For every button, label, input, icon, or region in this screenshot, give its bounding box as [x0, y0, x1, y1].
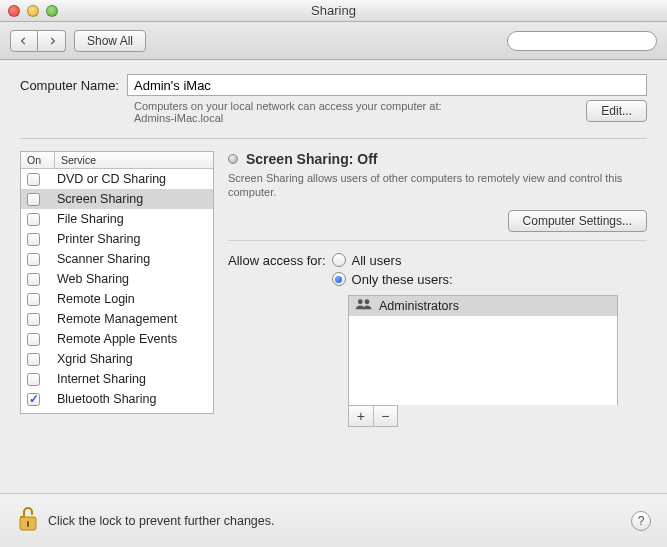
service-row[interactable]: Printer Sharing [21, 229, 213, 249]
service-checkbox[interactable] [27, 273, 40, 286]
service-row[interactable]: DVD or CD Sharing [21, 169, 213, 189]
back-button[interactable] [10, 30, 38, 52]
access-label: Allow access for: [228, 253, 326, 268]
service-row[interactable]: Xgrid Sharing [21, 349, 213, 369]
user-name: Administrators [379, 299, 459, 313]
service-name: DVD or CD Sharing [55, 172, 213, 186]
chevron-right-icon [48, 37, 56, 45]
lock-icon[interactable] [16, 504, 40, 537]
service-name: Screen Sharing [55, 192, 213, 206]
toolbar: Show All [0, 22, 667, 60]
service-checkbox[interactable] [27, 253, 40, 266]
service-row[interactable]: Remote Login [21, 289, 213, 309]
service-row[interactable]: Scanner Sharing [21, 249, 213, 269]
service-name: Internet Sharing [55, 372, 213, 386]
column-header-service[interactable]: Service [55, 152, 213, 168]
radio-all-users-label: All users [352, 253, 402, 268]
service-row[interactable]: File Sharing [21, 209, 213, 229]
svg-rect-5 [27, 521, 29, 527]
title-bar: Sharing [0, 0, 667, 22]
service-name: Bluetooth Sharing [55, 392, 213, 406]
service-checkbox[interactable] [27, 293, 40, 306]
service-checkbox[interactable] [27, 173, 40, 186]
minimize-window-button[interactable] [27, 5, 39, 17]
lock-text: Click the lock to prevent further change… [48, 514, 275, 528]
status-indicator-icon [228, 154, 238, 164]
computer-settings-button[interactable]: Computer Settings... [508, 210, 647, 232]
service-row[interactable]: Remote Management [21, 309, 213, 329]
service-name: Remote Management [55, 312, 213, 326]
service-checkbox[interactable] [27, 353, 40, 366]
list-item[interactable]: Administrators [349, 296, 617, 316]
divider [228, 240, 647, 241]
service-checkbox[interactable] [27, 393, 40, 406]
service-row[interactable]: Internet Sharing [21, 369, 213, 389]
service-list: On Service DVD or CD SharingScreen Shari… [20, 151, 214, 414]
search-input[interactable] [507, 31, 657, 51]
service-row[interactable]: Remote Apple Events [21, 329, 213, 349]
service-name: File Sharing [55, 212, 213, 226]
forward-button[interactable] [38, 30, 66, 52]
service-status-title: Screen Sharing: Off [246, 151, 377, 167]
svg-point-2 [358, 299, 363, 304]
computer-name-field[interactable] [127, 74, 647, 96]
service-row[interactable]: Bluetooth Sharing [21, 389, 213, 409]
service-name: Remote Login [55, 292, 213, 306]
divider [20, 138, 647, 139]
service-checkbox[interactable] [27, 233, 40, 246]
user-list[interactable]: Administrators [348, 295, 618, 405]
service-name: Scanner Sharing [55, 252, 213, 266]
close-window-button[interactable] [8, 5, 20, 17]
service-name: Printer Sharing [55, 232, 213, 246]
help-button[interactable]: ? [631, 511, 651, 531]
service-checkbox[interactable] [27, 313, 40, 326]
service-name: Web Sharing [55, 272, 213, 286]
add-user-button[interactable]: + [349, 406, 374, 426]
window-title: Sharing [0, 3, 667, 18]
remove-user-button[interactable]: − [374, 406, 398, 426]
group-icon [355, 298, 373, 313]
service-row[interactable]: Web Sharing [21, 269, 213, 289]
edit-hostname-button[interactable]: Edit... [586, 100, 647, 122]
chevron-left-icon [20, 37, 28, 45]
computer-name-label: Computer Name: [20, 78, 119, 93]
service-name: Remote Apple Events [55, 332, 213, 346]
service-description: Screen Sharing allows users of other com… [228, 171, 647, 200]
radio-only-these-users[interactable] [332, 272, 346, 286]
service-checkbox[interactable] [27, 333, 40, 346]
service-name: Xgrid Sharing [55, 352, 213, 366]
zoom-window-button[interactable] [46, 5, 58, 17]
radio-only-these-users-label: Only these users: [352, 272, 453, 287]
svg-point-3 [365, 299, 370, 304]
service-checkbox[interactable] [27, 373, 40, 386]
radio-all-users[interactable] [332, 253, 346, 267]
service-checkbox[interactable] [27, 193, 40, 206]
service-row[interactable]: Screen Sharing [21, 189, 213, 209]
footer: Click the lock to prevent further change… [0, 493, 667, 547]
column-header-on[interactable]: On [21, 152, 55, 168]
computer-name-subtext: Computers on your local network can acce… [134, 100, 576, 124]
service-checkbox[interactable] [27, 213, 40, 226]
show-all-button[interactable]: Show All [74, 30, 146, 52]
